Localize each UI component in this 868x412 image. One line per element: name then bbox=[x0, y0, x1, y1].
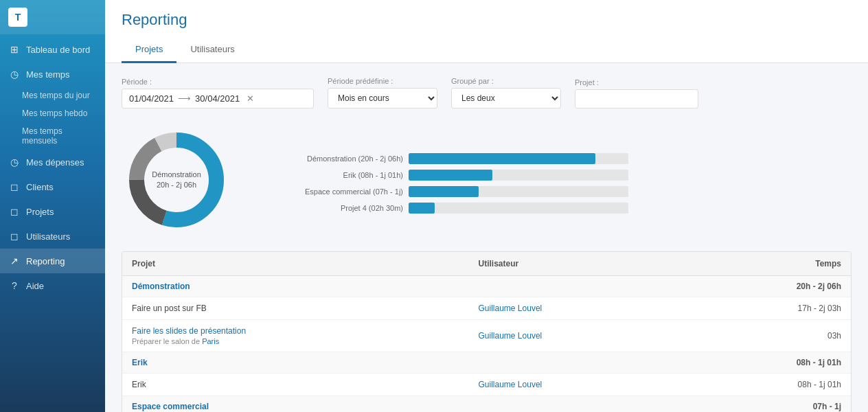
date-start: 01/04/2021 bbox=[129, 93, 174, 104]
predefined-label: Période prédéfinie : bbox=[328, 77, 437, 85]
main-header: Reporting Projets Utilisateurs bbox=[105, 0, 868, 63]
bar-track-3 bbox=[409, 203, 628, 214]
clients-icon: ◻ bbox=[8, 181, 21, 192]
bar-row-1: Erik (08h - 1j 01h) bbox=[252, 170, 852, 181]
cell-sub: Préparer le salon de Paris bbox=[132, 337, 459, 345]
table-body: Démonstration 20h - 2j 06h Faire un post… bbox=[122, 276, 851, 413]
filter-predefined: Période prédéfinie : Mois en cours bbox=[328, 77, 437, 108]
page-title: Reporting bbox=[122, 11, 852, 29]
date-range-input[interactable]: 01/04/2021 ⟶ 30/04/2021 ✕ bbox=[122, 89, 314, 108]
arrow-icon: ⟶ bbox=[178, 93, 191, 104]
cell-time: 20h - 2j 06h bbox=[684, 276, 851, 297]
table-row: Erik 08h - 1j 01h bbox=[122, 352, 851, 374]
filter-periode: Période : 01/04/2021 ⟶ 30/04/2021 ✕ bbox=[122, 78, 314, 108]
sidebar-item-clients[interactable]: ◻ Clients bbox=[0, 174, 105, 199]
table-row: Démonstration 20h - 2j 06h bbox=[122, 276, 851, 297]
donut-chart: Démonstration 20h - 2j 06h bbox=[122, 125, 231, 235]
sidebar-item-mes-depenses[interactable]: ◷ Mes dépenses bbox=[0, 150, 105, 174]
cell-time: 08h - 1j 01h bbox=[684, 374, 851, 396]
grid-icon: ⊞ bbox=[8, 44, 21, 55]
bar-row-3: Projet 4 (02h 30m) bbox=[252, 203, 852, 214]
bar-row-2: Espace commercial (07h - 1j) bbox=[252, 186, 852, 197]
bar-track-0 bbox=[409, 153, 628, 164]
cell-time: 07h - 1j bbox=[684, 396, 851, 413]
bar-fill-3 bbox=[409, 203, 435, 214]
clear-date-button[interactable]: ✕ bbox=[247, 93, 254, 104]
cell-user bbox=[469, 352, 685, 374]
expense-icon: ◷ bbox=[8, 157, 21, 168]
chart-area: Démonstration 20h - 2j 06h Démonstration… bbox=[122, 125, 852, 235]
group-label: Groupé par : bbox=[451, 77, 561, 85]
table-row: Espace commercial 07h - 1j bbox=[122, 396, 851, 413]
tab-projets[interactable]: Projets bbox=[122, 37, 176, 63]
sidebar-item-mes-temps-hebdo[interactable]: Mes temps hebdo bbox=[22, 104, 105, 122]
clock-icon: ◷ bbox=[8, 69, 21, 80]
cell-user bbox=[469, 396, 685, 413]
sidebar-item-projets[interactable]: ◻ Projets bbox=[0, 199, 105, 224]
sidebar-logo: T bbox=[0, 0, 105, 34]
main-content: Reporting Projets Utilisateurs Période :… bbox=[105, 0, 868, 412]
cell-project: Espace commercial bbox=[122, 396, 469, 413]
filter-project: Projet : bbox=[575, 78, 698, 108]
cell-user: Guillaume Louvel bbox=[469, 297, 685, 320]
reporting-icon: ↗ bbox=[8, 255, 21, 266]
sidebar-sub-mes-temps: Mes temps du jour Mes temps hebdo Mes te… bbox=[0, 87, 105, 150]
group-select[interactable]: Les deux bbox=[451, 88, 561, 108]
bar-legends: Démonstration (20h - 2j 06h) Erik (08h -… bbox=[252, 153, 852, 214]
cell-user: Guillaume Louvel bbox=[469, 320, 685, 352]
sidebar-item-mes-temps-jour[interactable]: Mes temps du jour bbox=[22, 87, 105, 104]
table-row: Faire un post sur FB Guillaume Louvel 17… bbox=[122, 297, 851, 320]
bar-track-2 bbox=[409, 186, 628, 197]
logo-icon: T bbox=[8, 8, 27, 27]
filters-row: Période : 01/04/2021 ⟶ 30/04/2021 ✕ Péri… bbox=[122, 77, 852, 108]
sidebar-item-mes-temps-mensuels[interactable]: Mes temps mensuels bbox=[22, 122, 105, 150]
sidebar-item-tableau-de-bord[interactable]: ⊞ Tableau de bord bbox=[0, 37, 105, 62]
predefined-select[interactable]: Mois en cours bbox=[328, 88, 437, 108]
table-row: Erik Guillaume Louvel 08h - 1j 01h bbox=[122, 374, 851, 396]
table-row: Faire les slides de présentation Prépare… bbox=[122, 320, 851, 352]
cell-time: 17h - 2j 03h bbox=[684, 297, 851, 320]
sidebar-item-utilisateurs[interactable]: ◻ Utilisateurs bbox=[0, 224, 105, 249]
bar-track-1 bbox=[409, 170, 628, 181]
date-end: 30/04/2021 bbox=[195, 93, 240, 104]
tab-bar: Projets Utilisateurs bbox=[122, 37, 852, 62]
table-header: Projet Utilisateur Temps bbox=[122, 252, 851, 276]
sidebar: T ⊞ Tableau de bord ◷ Mes temps Mes temp… bbox=[0, 0, 105, 412]
bar-label-3: Projet 4 (02h 30m) bbox=[252, 204, 403, 212]
projets-icon: ◻ bbox=[8, 206, 21, 217]
bar-label-1: Erik (08h - 1j 01h) bbox=[252, 171, 403, 179]
tab-utilisateurs[interactable]: Utilisateurs bbox=[176, 37, 248, 63]
project-input[interactable] bbox=[575, 89, 698, 108]
cell-project: Faire un post sur FB bbox=[122, 297, 469, 320]
sidebar-item-reporting[interactable]: ↗ Reporting bbox=[0, 249, 105, 273]
cell-project: Erik bbox=[122, 374, 469, 396]
cell-time: 03h bbox=[684, 320, 851, 352]
main-body: Période : 01/04/2021 ⟶ 30/04/2021 ✕ Péri… bbox=[105, 63, 868, 412]
cell-time: 08h - 1j 01h bbox=[684, 352, 851, 374]
sidebar-nav: ⊞ Tableau de bord ◷ Mes temps Mes temps … bbox=[0, 37, 105, 298]
data-table: Projet Utilisateur Temps Démonstration 2… bbox=[122, 251, 852, 412]
sidebar-item-aide[interactable]: ? Aide bbox=[0, 273, 105, 298]
bar-row-0: Démonstration (20h - 2j 06h) bbox=[252, 153, 852, 164]
filter-group-by: Groupé par : Les deux bbox=[451, 77, 561, 108]
project-label: Projet : bbox=[575, 78, 698, 87]
sidebar-item-mes-temps[interactable]: ◷ Mes temps bbox=[0, 62, 105, 87]
bar-label-2: Espace commercial (07h - 1j) bbox=[252, 187, 403, 196]
cell-project: Faire les slides de présentation Prépare… bbox=[122, 320, 469, 352]
bar-fill-1 bbox=[409, 170, 492, 181]
col-utilisateur: Utilisateur bbox=[469, 252, 685, 276]
cell-user bbox=[469, 276, 685, 297]
bar-fill-2 bbox=[409, 186, 479, 197]
donut-center-label: Démonstration 20h - 2j 06h bbox=[152, 170, 201, 191]
reporting-table: Projet Utilisateur Temps Démonstration 2… bbox=[122, 252, 851, 412]
cell-project: Démonstration bbox=[122, 276, 469, 297]
cell-project: Erik bbox=[122, 352, 469, 374]
bar-fill-0 bbox=[409, 153, 595, 164]
col-temps: Temps bbox=[684, 252, 851, 276]
cell-user: Guillaume Louvel bbox=[469, 374, 685, 396]
periode-label: Période : bbox=[122, 78, 314, 86]
help-icon: ? bbox=[8, 280, 21, 291]
users-icon: ◻ bbox=[8, 231, 21, 242]
bar-label-0: Démonstration (20h - 2j 06h) bbox=[252, 154, 403, 163]
col-projet: Projet bbox=[122, 252, 469, 276]
